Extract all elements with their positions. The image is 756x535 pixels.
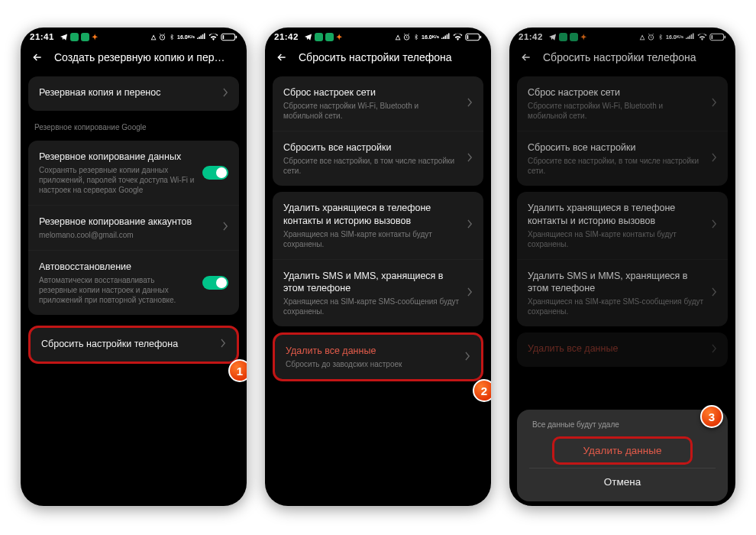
row-reset-network[interactable]: Сброс настроек сети Сбросите настройки W… [273,76,483,131]
sheet-note: Все данные будут удале [529,420,716,429]
chevron-right-icon [467,98,473,109]
row-reset-all-settings[interactable]: Сбросить все настройки Сбросите все наст… [273,131,483,186]
confirm-delete-button[interactable]: Удалить данные [564,443,681,458]
wifi-icon [453,33,463,41]
title-bar: Сбросить настройки телефона [265,43,491,70]
row-account-backup[interactable]: Резервное копирование аккаунтов melomano… [28,205,239,250]
chevron-right-icon [465,352,470,363]
step-badge-2: 2 [473,379,491,402]
row-sub: Хранящиеся на SIM-карте контакты будут с… [283,229,460,249]
phone-screen-1: 21:41 ✦ △ 16.0K/s Создать резервную копи… [21,28,247,506]
row-label: Резервная копия и перенос [39,86,215,99]
signal-icon [441,33,451,41]
svg-rect-7 [467,34,469,38]
cancel-button[interactable]: Отмена [529,468,716,495]
svg-rect-10 [724,35,725,37]
battery-icon [709,33,726,41]
toggle-data-backup[interactable] [202,166,228,180]
volte-icon: △ [151,34,156,41]
app-icon-2 [570,33,578,41]
app-icon-2 [81,33,89,41]
svg-rect-3 [223,34,225,38]
bluetooth-icon [169,33,175,41]
chevron-right-icon [221,339,226,350]
row-label: Удалить хранящиеся в телефоне контакты и… [528,202,704,228]
wifi-icon [208,33,218,41]
row-sub: Сбросите настройки Wi-Fi, Bluetooth и мо… [528,101,704,121]
step-badge-3: 3 [700,405,723,428]
phone-screen-3: 21:42 ✦ △ 16.0K/s Сбросить настройки тел… [509,28,735,506]
row-label: Сбросить все настройки [283,141,460,154]
title-bar: Создать резервную копию и перезаг.. [21,43,247,70]
row-delete-contacts[interactable]: Удалить хранящиеся в телефоне контакты и… [517,192,728,259]
section-reset-settings: Сброс настроек сети Сбросите настройки W… [517,76,728,186]
row-backup-transfer[interactable]: Резервная копия и перенос [28,76,239,111]
row-autorestore[interactable]: Автовосстановление Автоматически восстан… [28,250,239,315]
signal-icon [686,33,695,41]
title-bar: Сбросить настройки телефона [509,43,735,70]
row-sub: Сбросите настройки Wi-Fi, Bluetooth и мо… [283,101,460,121]
page-title: Сбросить настройки телефона [543,51,696,63]
row-reset-network[interactable]: Сброс настроек сети Сбросите настройки W… [517,76,728,131]
row-erase-all-data[interactable]: Удалить все данные [517,332,728,367]
telegram-icon [60,33,68,41]
phone-screen-2: 21:42 ✦ △ 16.0K/s Сбросить настройки тел… [265,28,491,506]
svg-rect-2 [235,35,237,37]
row-delete-contacts[interactable]: Удалить хранящиеся в телефоне контакты и… [273,192,483,259]
section-erase: Удалить все данные [517,332,728,367]
bluetooth-icon [657,33,664,41]
row-label: Резервное копирование данных [39,151,195,164]
back-icon[interactable] [31,50,45,64]
app-icon-3: ✦ [336,33,342,41]
row-delete-sms[interactable]: Удалить SMS и MMS, хранящиеся в этом тел… [517,259,728,327]
row-reset-phone[interactable]: Сбросить настройки телефона [31,328,237,362]
row-sub: Сбросите все настройки, в том числе наст… [528,156,704,176]
chevron-right-icon [223,88,228,99]
chevron-right-icon [712,153,717,164]
battery-icon [221,33,237,41]
net-speed: 16.0K/s [177,34,195,40]
row-delete-sms[interactable]: Удалить SMS и MMS, хранящиеся в этом тел… [273,259,483,327]
row-data-backup[interactable]: Резервное копирование данных Сохранять р… [28,141,239,205]
chevron-right-icon [467,219,473,231]
volte-icon: △ [640,34,645,41]
status-time: 21:41 [30,32,54,41]
svg-rect-6 [480,35,481,37]
app-icon-2 [325,33,334,41]
row-label: Удалить все данные [528,342,704,355]
chevron-right-icon [467,153,473,164]
svg-rect-11 [712,34,713,38]
row-sub: Сбросите все настройки, в том числе наст… [283,156,460,176]
status-bar: 21:42 ✦ △ 16.0K/s [509,28,735,43]
page-title: Сбросить настройки телефона [299,51,452,63]
net-speed: 16.0K/s [666,34,683,40]
status-bar: 21:42 ✦ △ 16.0K/s [265,28,491,43]
row-label: Сброс настроек сети [283,86,460,99]
alarm-icon [647,33,655,41]
bluetooth-icon [413,33,419,41]
signal-icon [197,33,206,41]
alarm-icon [158,33,166,41]
wifi-icon [697,33,707,41]
sheet-confirm-highlight: Удалить данные [552,436,693,465]
app-icon-1 [70,33,79,41]
chevron-right-icon [467,287,473,299]
row-label: Удалить SMS и MMS, хранящиеся в этом тел… [528,270,704,296]
row-label: Сбросить настройки телефона [41,338,213,351]
row-erase-all-data[interactable]: Удалить все данные Сбросить до заводских… [275,335,481,379]
back-icon[interactable] [520,50,534,64]
telegram-icon [304,33,312,41]
chevron-right-icon [712,219,717,231]
back-icon[interactable] [276,50,289,64]
toggle-autorestore[interactable] [202,276,228,290]
volte-icon: △ [396,34,400,41]
section-reset-settings: Сброс настроек сети Сбросите настройки W… [273,76,483,186]
page-title: Создать резервную копию и перезаг.. [54,51,230,63]
row-sub: Хранящиеся на SIM-карте контакты будут с… [528,229,704,249]
status-bar: 21:41 ✦ △ 16.0K/s [21,28,247,43]
row-sub: Сбросить до заводских настроек [286,359,457,369]
section-google-backup: Резервное копирование данных Сохранять р… [28,141,239,315]
row-reset-all-settings[interactable]: Сбросить все настройки Сбросите все наст… [517,131,728,186]
chevron-right-icon [712,98,717,109]
row-label: Резервное копирование аккаунтов [39,216,215,229]
